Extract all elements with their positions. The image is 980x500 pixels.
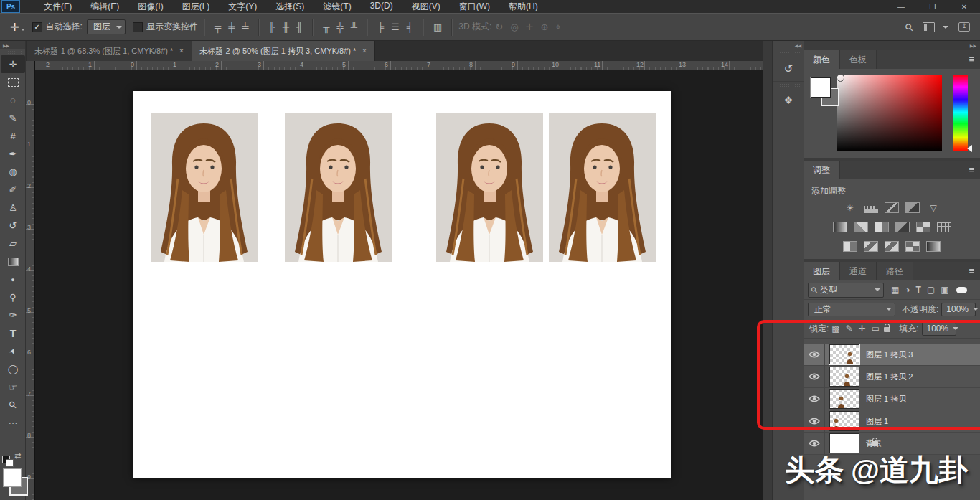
layer-row-copy-3[interactable]: 图层 1 拷贝 3 xyxy=(804,344,980,366)
menu-help[interactable]: 帮助(H) xyxy=(499,0,547,14)
distribute-horizontal-centers-icon[interactable]: ☰ xyxy=(387,22,403,32)
menu-type[interactable]: 文字(Y) xyxy=(219,0,266,14)
show-transform-checkbox[interactable] xyxy=(133,22,143,32)
menu-select[interactable]: 选择(S) xyxy=(266,0,314,14)
history-panel-button[interactable]: ↺ xyxy=(773,57,804,82)
dodge-tool[interactable]: ⚲ xyxy=(1,288,25,306)
menu-file[interactable]: 文件(F) xyxy=(34,0,81,14)
visibility-toggle[interactable] xyxy=(804,366,825,388)
tab-channels[interactable]: 通道 xyxy=(840,262,877,280)
visibility-toggle[interactable] xyxy=(804,388,825,410)
brightness-contrast-icon[interactable]: ☀ xyxy=(843,202,857,213)
foreground-color-swatch[interactable] xyxy=(811,77,831,98)
portrait-photo-4[interactable] xyxy=(549,113,656,262)
eyedropper-tool[interactable]: ✒ xyxy=(1,145,25,163)
type-tool[interactable]: T xyxy=(1,324,25,342)
hue-saturation-icon[interactable] xyxy=(833,222,847,232)
path-selection-tool[interactable]: ➤ xyxy=(1,342,25,360)
default-swap-colors[interactable]: ⇄ xyxy=(2,453,24,466)
layer-name[interactable]: 图层 1 xyxy=(866,416,888,427)
eraser-tool[interactable]: ▱ xyxy=(1,235,25,253)
tab-swatches[interactable]: 色板 xyxy=(840,50,877,69)
distribute-vertical-centers-icon[interactable]: ╬ xyxy=(333,22,347,32)
posterize-icon[interactable] xyxy=(864,241,878,252)
portrait-photo-1[interactable] xyxy=(151,113,258,262)
swap-colors-icon[interactable]: ⇄ xyxy=(14,451,21,461)
invert-icon[interactable] xyxy=(843,241,857,252)
lock-artboard-icon[interactable]: ▭ xyxy=(872,324,880,334)
close-icon[interactable]: ✕ xyxy=(179,47,184,55)
move-tool[interactable]: ✛ xyxy=(1,55,25,73)
document-tab-2[interactable]: 未标题-2 @ 50% (图层 1 拷贝 3, CMYK/8#) * ✕ xyxy=(192,41,375,61)
dock-grip[interactable] xyxy=(777,52,800,55)
toolbar-collapse-icon[interactable]: ▶▶ xyxy=(0,41,25,49)
color-balance-icon[interactable] xyxy=(854,222,868,232)
layer-row-copy-2[interactable]: 图层 1 拷贝 2 xyxy=(804,366,980,388)
menu-view[interactable]: 视图(V) xyxy=(402,0,450,14)
blur-tool[interactable]: ● xyxy=(1,270,25,288)
color-field-indicator[interactable] xyxy=(837,74,844,82)
align-top-edges-icon[interactable]: ╤ xyxy=(211,22,225,32)
fill-field[interactable]: 100% xyxy=(922,322,956,336)
filter-shape-layers-icon[interactable]: ▢ xyxy=(927,285,935,295)
layer-filter-toggle[interactable] xyxy=(956,287,967,293)
portrait-photo-3[interactable] xyxy=(436,113,543,262)
history-brush-tool[interactable]: ↺ xyxy=(1,217,25,235)
filter-pixel-layers-icon[interactable]: ▦ xyxy=(891,285,899,295)
pen-tool[interactable]: ✑ xyxy=(1,306,25,324)
distribute-left-icon[interactable]: ╞ xyxy=(374,22,387,32)
clone-stamp-tool[interactable]: ♙ xyxy=(1,199,25,217)
align-bottom-edges-icon[interactable]: ╧ xyxy=(238,22,252,32)
tab-adjustments[interactable]: 调整 xyxy=(804,161,840,179)
visibility-toggle[interactable] xyxy=(804,410,825,433)
canvas[interactable]: 2 1 0 1 2 3 4 5 6 7 8 9 10 11 12 13 14 0… xyxy=(26,61,763,500)
hue-strip[interactable] xyxy=(953,75,968,151)
layer-thumbnail[interactable] xyxy=(829,367,859,387)
distribute-bottom-icon[interactable]: ╨ xyxy=(347,22,361,32)
hand-tool[interactable]: ☞ xyxy=(1,378,25,396)
channel-mixer-icon[interactable] xyxy=(916,222,930,232)
layer-row-copy[interactable]: 图层 1 拷贝 xyxy=(804,388,980,410)
shape-tool[interactable]: ◯ xyxy=(1,360,25,378)
document-tab-1[interactable]: 未标题-1 @ 68.3% (图层 1, CMYK/8#) * ✕ xyxy=(27,41,192,61)
photo-filter-icon[interactable] xyxy=(895,222,910,232)
restore-button[interactable]: ❐ xyxy=(917,0,948,13)
vertical-ruler[interactable]: 0 1 2 3 4 5 6 7 8 9 xyxy=(26,70,35,500)
opacity-field[interactable]: 100% xyxy=(941,303,976,316)
lock-transparent-pixels-icon[interactable]: ▩ xyxy=(831,324,839,334)
auto-select-target-dropdown[interactable]: 图层 xyxy=(87,19,126,34)
visibility-toggle[interactable] xyxy=(804,344,825,366)
distribute-spacing-icon[interactable]: ▥ xyxy=(430,22,446,32)
vibrance-icon[interactable]: ▽ xyxy=(926,202,941,213)
search-icon[interactable]: ⚲ xyxy=(903,20,916,34)
curves-icon[interactable] xyxy=(885,202,899,213)
menu-window[interactable]: 窗口(W) xyxy=(450,0,499,14)
expand-panels-icon[interactable]: ◀◀ xyxy=(773,41,804,50)
zoom-tool[interactable]: ⚲ xyxy=(1,396,25,414)
exposure-icon[interactable] xyxy=(905,202,920,213)
color-lookup-icon[interactable] xyxy=(937,222,951,232)
lock-all-icon[interactable] xyxy=(884,327,890,332)
default-colors-icon[interactable] xyxy=(6,459,14,467)
gradient-map-icon[interactable] xyxy=(926,241,941,252)
workspace-switcher[interactable] xyxy=(923,22,948,32)
hue-slider-arrow[interactable] xyxy=(967,145,972,152)
tab-layers[interactable]: 图层 xyxy=(804,262,840,280)
menu-filter[interactable]: 滤镜(T) xyxy=(314,0,360,14)
horizontal-ruler[interactable]: 2 1 0 1 2 3 4 5 6 7 8 9 10 11 12 13 14 xyxy=(26,61,763,70)
black-white-icon[interactable] xyxy=(875,222,889,232)
layer-row-1[interactable]: 图层 1 xyxy=(804,410,980,433)
menu-layer[interactable]: 图层(L) xyxy=(173,0,220,14)
dock-grip[interactable] xyxy=(777,83,800,87)
layer-thumbnail[interactable] xyxy=(829,411,859,431)
toolbar-grip[interactable] xyxy=(3,50,22,55)
layer-name[interactable]: 图层 1 拷贝 2 xyxy=(866,372,913,382)
marquee-tool[interactable] xyxy=(1,73,25,91)
align-horizontal-centers-icon[interactable]: ╫ xyxy=(279,22,293,32)
lock-image-pixels-icon[interactable]: ✎ xyxy=(846,324,853,334)
lock-position-icon[interactable]: ✛ xyxy=(859,324,866,334)
align-left-edges-icon[interactable]: ╟ xyxy=(265,22,279,32)
close-icon[interactable]: ✕ xyxy=(362,47,367,55)
menu-3d[interactable]: 3D(D) xyxy=(361,0,402,14)
crop-tool[interactable]: # xyxy=(1,127,25,145)
